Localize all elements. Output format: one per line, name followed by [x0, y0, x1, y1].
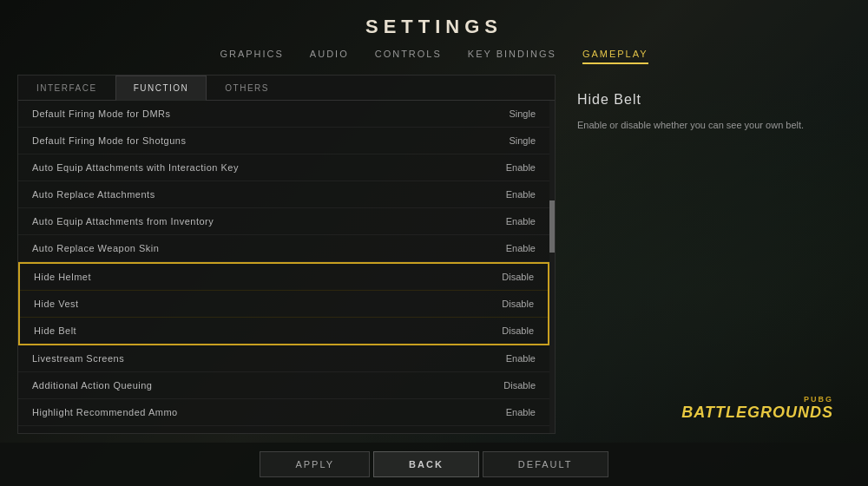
content-area: INTERFACEFUNCTIONOTHERS Default Firing M…	[0, 75, 868, 443]
pubg-logo: PUBG BATTLEGROUNDS	[681, 395, 833, 422]
back-button[interactable]: BACK	[373, 451, 479, 477]
setting-row[interactable]: Auto Replace AttachmentsEnable	[18, 181, 549, 208]
nav-item-audio[interactable]: AUDIO	[310, 45, 349, 64]
setting-row[interactable]: Auto Equip Attachments from InventoryEna…	[18, 208, 549, 235]
scrollbar-track[interactable]	[549, 101, 555, 433]
default-button[interactable]: DEFAULT	[483, 451, 608, 477]
setting-name: Hide Helmet	[34, 272, 91, 282]
setting-row[interactable]: Livestream ScreensEnable	[18, 345, 549, 372]
setting-value: Disable	[502, 325, 534, 336]
setting-row[interactable]: Hide HelmetDisable	[20, 264, 548, 291]
setting-value: Enable	[506, 189, 536, 200]
left-panel: INTERFACEFUNCTIONOTHERS Default Firing M…	[17, 75, 556, 434]
setting-name: Auto Replace Weapon Skin	[32, 243, 159, 253]
header: SETTINGS GRAPHICSAUDIOCONTROLSKEY BINDIN…	[0, 0, 868, 75]
setting-value: Disable	[502, 299, 534, 309]
setting-row[interactable]: Hide BeltDisable	[20, 318, 548, 344]
settings-list: Default Firing Mode for DMRsSingleDefaul…	[18, 101, 549, 433]
setting-name: Default Firing Mode for DMRs	[32, 108, 171, 119]
setting-value: Disable	[503, 380, 536, 391]
setting-row[interactable]: Default Firing Mode for ShotgunsSingle	[18, 128, 549, 154]
setting-row[interactable]: Highlight Recommended EquipmentEnable	[18, 426, 549, 433]
detail-description: Enable or disable whether you can see yo…	[577, 118, 838, 134]
setting-name: Highlight Recommended Ammo	[32, 407, 178, 417]
setting-value: Enable	[506, 216, 536, 227]
sub-tab-others[interactable]: OTHERS	[207, 76, 287, 100]
setting-name: Auto Equip Attachments with Interaction …	[32, 162, 239, 173]
setting-row[interactable]: Hide VestDisable	[20, 291, 548, 318]
scrollbar-thumb[interactable]	[549, 200, 555, 253]
setting-value: Disable	[502, 272, 534, 282]
nav-item-keybindings[interactable]: KEY BINDINGS	[468, 45, 556, 64]
battlegrounds-text: BATTLEGROUNDS	[681, 404, 833, 422]
setting-row[interactable]: Auto Equip Attachments with Interaction …	[18, 154, 549, 181]
setting-row[interactable]: Auto Replace Weapon SkinEnable	[18, 235, 549, 262]
setting-value: Single	[509, 135, 536, 146]
nav-item-gameplay[interactable]: GAMEPLAY	[582, 45, 648, 64]
page-title: SETTINGS	[0, 16, 868, 38]
right-panel: Hide Belt Enable or disable whether you …	[564, 75, 851, 434]
sub-tab-interface[interactable]: INTERFACE	[18, 76, 115, 100]
setting-value: Enable	[506, 162, 536, 173]
pubg-text: PUBG	[681, 395, 833, 404]
bottom-bar: APPLYBACKDEFAULT	[0, 443, 868, 486]
setting-value: Enable	[506, 353, 536, 364]
nav-item-graphics[interactable]: GRAPHICS	[220, 45, 283, 64]
apply-button[interactable]: APPLY	[260, 451, 370, 477]
setting-row[interactable]: Default Firing Mode for DMRsSingle	[18, 101, 549, 128]
setting-row[interactable]: Additional Action QueuingDisable	[18, 372, 549, 399]
sub-tab-function[interactable]: FUNCTION	[115, 76, 207, 101]
setting-name: Additional Action Queuing	[32, 380, 152, 391]
setting-name: Hide Belt	[34, 325, 76, 336]
setting-name: Livestream Screens	[32, 353, 124, 364]
sub-tabs: INTERFACEFUNCTIONOTHERS	[18, 76, 555, 101]
setting-value: Single	[509, 108, 536, 119]
setting-name: Default Firing Mode for Shotguns	[32, 135, 186, 146]
setting-name: Auto Replace Attachments	[32, 189, 155, 200]
setting-row[interactable]: Highlight Recommended AmmoEnable	[18, 399, 549, 426]
highlighted-group: Hide HelmetDisableHide VestDisableHide B…	[18, 262, 549, 345]
setting-name: Auto Equip Attachments from Inventory	[32, 216, 214, 227]
setting-value: Enable	[506, 243, 536, 253]
setting-name: Hide Vest	[34, 299, 79, 309]
detail-title: Hide Belt	[577, 92, 838, 108]
main-nav: GRAPHICSAUDIOCONTROLSKEY BINDINGSGAMEPLA…	[0, 38, 868, 69]
setting-value: Enable	[506, 407, 536, 417]
nav-item-controls[interactable]: CONTROLS	[375, 45, 442, 64]
